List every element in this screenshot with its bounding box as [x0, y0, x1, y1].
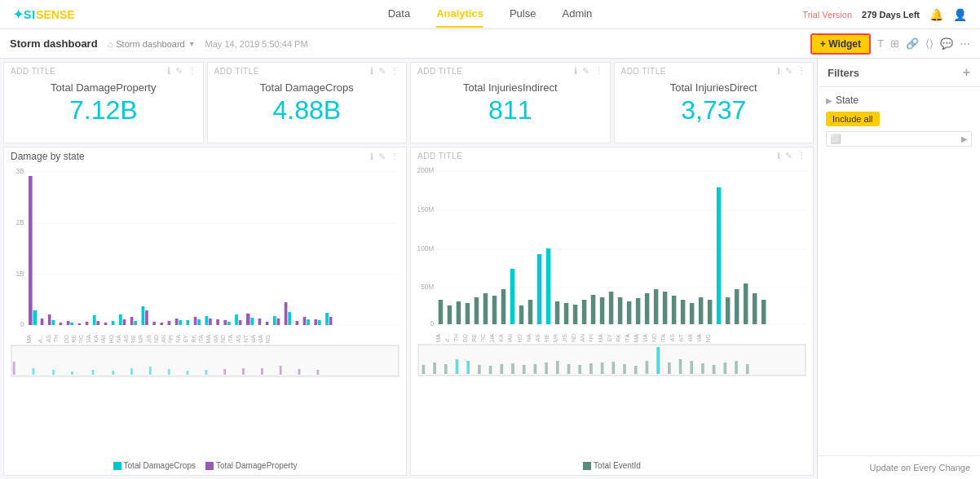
more-icon[interactable]: ⋮	[797, 66, 806, 77]
nav-tab-analytics[interactable]: Analytics	[436, 1, 483, 28]
svg-rect-53	[307, 319, 310, 325]
svg-text:WEST VIRGINIA: WEST VIRGINIA	[696, 333, 702, 342]
chart-header-right: ADD TITLE ℹ ✎ ⋮	[417, 151, 806, 161]
svg-text:ARKANSAS: ARKANSAS	[46, 334, 51, 343]
kpi-value-2: 811	[417, 97, 603, 123]
svg-rect-122	[466, 303, 470, 324]
more-icon[interactable]: ⋮	[188, 66, 196, 77]
svg-rect-57	[329, 317, 333, 325]
svg-rect-208	[646, 361, 649, 374]
svg-rect-25	[134, 321, 137, 325]
nav-tab-admin[interactable]: Admin	[562, 1, 592, 28]
svg-text:MARYLAND: MARYLAND	[571, 334, 576, 342]
share-icon[interactable]: ⟨⟩	[925, 37, 934, 50]
edit-icon[interactable]: ✎	[785, 151, 792, 161]
bar-chart-right: 200M 150M 100M 50M 0	[417, 163, 806, 342]
nav-tab-pulse[interactable]: Pulse	[510, 1, 536, 28]
comment-icon[interactable]: 💬	[940, 37, 953, 50]
svg-text:3B: 3B	[15, 167, 24, 175]
chart-card-right: ADD TITLE ℹ ✎ ⋮ 200M 150M 100M 50M 0	[410, 147, 814, 476]
svg-rect-212	[690, 361, 693, 374]
svg-rect-22	[119, 314, 122, 325]
svg-rect-100	[187, 371, 189, 375]
svg-rect-15	[70, 323, 73, 325]
svg-rect-21	[112, 321, 115, 325]
svg-text:NEW JERSEY: NEW JERSEY	[183, 334, 189, 343]
edit-icon[interactable]: ✎	[378, 152, 386, 162]
svg-rect-93	[52, 370, 55, 375]
svg-text:IDAHO: IDAHO	[108, 335, 114, 343]
svg-rect-97	[130, 368, 133, 375]
svg-rect-20	[104, 323, 108, 325]
svg-rect-13	[60, 323, 63, 325]
add-filter-icon[interactable]: +	[963, 65, 970, 80]
info-icon[interactable]: ℹ	[167, 66, 170, 77]
chart-minimap-right[interactable]	[417, 344, 806, 376]
filter-arrow-icon[interactable]: ▶	[961, 134, 968, 143]
chevron-down-icon[interactable]: ▼	[188, 40, 196, 48]
svg-rect-36	[205, 316, 209, 325]
svg-rect-23	[123, 319, 126, 325]
svg-rect-127	[510, 269, 515, 324]
svg-rect-209	[656, 347, 660, 374]
svg-rect-26	[142, 306, 145, 325]
info-icon[interactable]: ℹ	[777, 151, 780, 161]
svg-rect-35	[197, 319, 201, 325]
svg-text:0: 0	[430, 319, 435, 327]
nav-tab-data[interactable]: Data	[388, 1, 410, 28]
info-icon[interactable]: ℹ	[574, 66, 577, 77]
svg-rect-143	[654, 289, 659, 324]
edit-icon[interactable]: ✎	[175, 66, 183, 77]
filters-title: Filters	[828, 67, 859, 79]
svg-rect-96	[112, 371, 114, 375]
include-all-button[interactable]: Include all	[826, 112, 880, 126]
more-icon[interactable]: ⋮	[391, 66, 400, 77]
svg-rect-129	[528, 300, 533, 324]
more-icon[interactable]: ⋮	[594, 66, 603, 77]
edit-icon[interactable]: ✎	[785, 66, 792, 77]
chart-minimap-left[interactable]	[11, 345, 400, 377]
svg-text:0: 0	[20, 320, 24, 328]
svg-rect-16	[78, 323, 82, 325]
svg-text:INDIANA: INDIANA	[116, 334, 121, 343]
svg-rect-137	[600, 297, 605, 324]
svg-text:KANSAS: KANSAS	[535, 333, 541, 342]
svg-text:WYOMING: WYOMING	[705, 334, 711, 342]
bell-icon[interactable]: 🔔	[929, 8, 943, 21]
legend-item-property: Total DamageProperty	[205, 461, 298, 470]
link-icon[interactable]: 🔗	[906, 37, 919, 50]
user-icon[interactable]: 👤	[953, 8, 967, 21]
filter-row-state[interactable]: ▶ State	[826, 92, 972, 108]
svg-text:E PACIFIC: E PACIFIC	[481, 334, 487, 342]
top-navigation: ✦ SISENSE Data Analytics Pulse Admin Tri…	[0, 0, 980, 29]
add-widget-button[interactable]: + Widget	[810, 33, 871, 55]
kpi-add-title-0: ADD TITLE	[11, 67, 55, 76]
bar-chart-left: 3B 2B 1B 0	[11, 164, 400, 343]
more-icon[interactable]: ⋯	[960, 37, 970, 50]
svg-text:COLORADO: COLORADO	[463, 334, 469, 342]
svg-rect-153	[744, 283, 748, 324]
svg-rect-191	[456, 359, 459, 374]
kpi-card-1: ADD TITLE ℹ ✎ ⋮ Total DamageCrops 4.88B	[207, 62, 408, 143]
kpi-add-title-3: ADD TITLE	[621, 67, 666, 76]
logo-text: SI	[24, 8, 36, 21]
grid-icon[interactable]: ⊞	[890, 37, 899, 50]
kpi-card-3: ADD TITLE ℹ ✎ ⋮ Total InjuriesDirect 3,7…	[614, 62, 814, 143]
info-icon[interactable]: ℹ	[777, 66, 780, 77]
svg-rect-48	[277, 319, 280, 325]
svg-text:2B: 2B	[15, 218, 24, 226]
edit-icon[interactable]: ✎	[378, 66, 386, 77]
svg-rect-94	[71, 371, 73, 375]
edit-icon[interactable]: ✎	[582, 66, 589, 77]
info-icon[interactable]: ℹ	[370, 66, 373, 77]
svg-rect-217	[746, 364, 749, 374]
svg-rect-103	[242, 368, 245, 375]
svg-rect-190	[444, 364, 448, 374]
more-icon[interactable]: ⋮	[797, 151, 806, 161]
svg-rect-46	[266, 322, 269, 325]
more-icon[interactable]: ⋮	[391, 152, 400, 162]
svg-rect-203	[589, 363, 593, 374]
info-icon[interactable]: ℹ	[370, 152, 373, 162]
text-icon[interactable]: T	[877, 37, 884, 50]
kpi-value-0: 7.12B	[11, 97, 196, 123]
